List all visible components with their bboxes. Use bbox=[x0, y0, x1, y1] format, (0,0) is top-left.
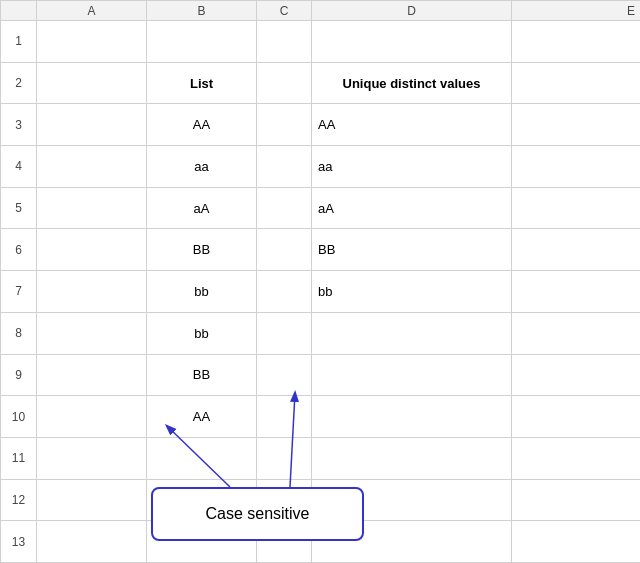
cell-b6[interactable]: BB bbox=[147, 229, 257, 271]
cell-d11[interactable] bbox=[312, 437, 512, 479]
corner-cell bbox=[1, 1, 37, 21]
row-num-1: 1 bbox=[1, 21, 37, 63]
cell-d5[interactable]: aA bbox=[312, 187, 512, 229]
cell-a2[interactable] bbox=[37, 62, 147, 104]
row-num-6: 6 bbox=[1, 229, 37, 271]
cell-a12[interactable] bbox=[37, 479, 147, 521]
cell-c7[interactable] bbox=[257, 271, 312, 313]
cell-d9[interactable] bbox=[312, 354, 512, 396]
cell-b11[interactable] bbox=[147, 437, 257, 479]
cell-a8[interactable] bbox=[37, 312, 147, 354]
cell-c9[interactable] bbox=[257, 354, 312, 396]
cell-e7[interactable] bbox=[512, 271, 641, 313]
cell-b4[interactable]: aa bbox=[147, 146, 257, 188]
row-num-4: 4 bbox=[1, 146, 37, 188]
cell-b8[interactable]: bb bbox=[147, 312, 257, 354]
row-num-11: 11 bbox=[1, 437, 37, 479]
cell-d10[interactable] bbox=[312, 396, 512, 438]
cell-a10[interactable] bbox=[37, 396, 147, 438]
cell-a4[interactable] bbox=[37, 146, 147, 188]
cell-d13[interactable] bbox=[312, 521, 512, 563]
cell-c5[interactable] bbox=[257, 187, 312, 229]
cell-e5[interactable] bbox=[512, 187, 641, 229]
cell-b10[interactable]: AA bbox=[147, 396, 257, 438]
cell-c3[interactable] bbox=[257, 104, 312, 146]
cell-e10[interactable] bbox=[512, 396, 641, 438]
cell-a7[interactable] bbox=[37, 271, 147, 313]
cell-b1[interactable] bbox=[147, 21, 257, 63]
cell-b7[interactable]: bb bbox=[147, 271, 257, 313]
cell-d12[interactable] bbox=[312, 479, 512, 521]
cell-c6[interactable] bbox=[257, 229, 312, 271]
row-num-12: 12 bbox=[1, 479, 37, 521]
cell-a3[interactable] bbox=[37, 104, 147, 146]
row-num-3: 3 bbox=[1, 104, 37, 146]
row-num-7: 7 bbox=[1, 271, 37, 313]
cell-c1[interactable] bbox=[257, 21, 312, 63]
cell-a9[interactable] bbox=[37, 354, 147, 396]
cell-b12[interactable] bbox=[147, 479, 257, 521]
row-num-13: 13 bbox=[1, 521, 37, 563]
row-num-10: 10 bbox=[1, 396, 37, 438]
cell-c13[interactable] bbox=[257, 521, 312, 563]
cell-a11[interactable] bbox=[37, 437, 147, 479]
cell-d1[interactable] bbox=[312, 21, 512, 63]
row-num-8: 8 bbox=[1, 312, 37, 354]
cell-e13[interactable] bbox=[512, 521, 641, 563]
list-header: List bbox=[147, 62, 257, 104]
col-header-b[interactable]: B bbox=[147, 1, 257, 21]
cell-e6[interactable] bbox=[512, 229, 641, 271]
cell-d4[interactable]: aa bbox=[312, 146, 512, 188]
cell-d7[interactable]: bb bbox=[312, 271, 512, 313]
row-num-2: 2 bbox=[1, 62, 37, 104]
cell-c8[interactable] bbox=[257, 312, 312, 354]
row-num-5: 5 bbox=[1, 187, 37, 229]
cell-a5[interactable] bbox=[37, 187, 147, 229]
cell-a6[interactable] bbox=[37, 229, 147, 271]
row-num-9: 9 bbox=[1, 354, 37, 396]
cell-c4[interactable] bbox=[257, 146, 312, 188]
cell-c12[interactable] bbox=[257, 479, 312, 521]
cell-e4[interactable] bbox=[512, 146, 641, 188]
col-header-d[interactable]: D bbox=[312, 1, 512, 21]
cell-e2[interactable] bbox=[512, 62, 641, 104]
cell-b9[interactable]: BB bbox=[147, 354, 257, 396]
cell-e1[interactable] bbox=[512, 21, 641, 63]
cell-c10[interactable] bbox=[257, 396, 312, 438]
cell-c11[interactable] bbox=[257, 437, 312, 479]
cell-e8[interactable] bbox=[512, 312, 641, 354]
cell-a1[interactable] bbox=[37, 21, 147, 63]
cell-b3[interactable]: AA bbox=[147, 104, 257, 146]
cell-d8[interactable] bbox=[312, 312, 512, 354]
cell-e3[interactable] bbox=[512, 104, 641, 146]
udv-header: Unique distinct values bbox=[312, 62, 512, 104]
col-header-a[interactable]: A bbox=[37, 1, 147, 21]
col-header-e[interactable]: E bbox=[512, 1, 641, 21]
cell-d6[interactable]: BB bbox=[312, 229, 512, 271]
cell-c2[interactable] bbox=[257, 62, 312, 104]
cell-b13[interactable] bbox=[147, 521, 257, 563]
cell-a13[interactable] bbox=[37, 521, 147, 563]
cell-e12[interactable] bbox=[512, 479, 641, 521]
cell-e11[interactable] bbox=[512, 437, 641, 479]
cell-d3[interactable]: AA bbox=[312, 104, 512, 146]
col-header-c[interactable]: C bbox=[257, 1, 312, 21]
cell-e9[interactable] bbox=[512, 354, 641, 396]
cell-b5[interactable]: aA bbox=[147, 187, 257, 229]
